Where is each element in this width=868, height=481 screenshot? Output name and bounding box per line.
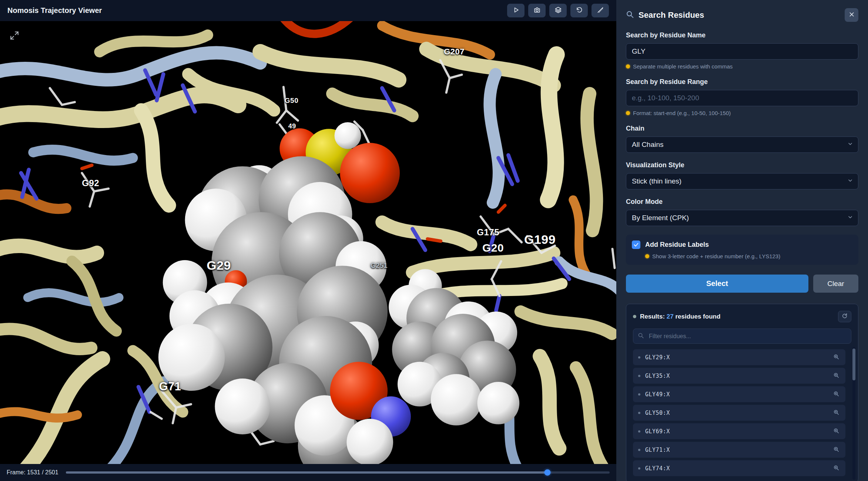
action-buttons: Select Clear — [626, 275, 858, 293]
results-card: Results: 27 residues found GLY29:X — [626, 304, 858, 481]
residue-labels-hint-text: Show 3-letter code + residue number (e.g… — [652, 253, 780, 259]
residue-labels-card: Add Residue Labels Show 3-letter code + … — [626, 235, 858, 265]
measure-button[interactable] — [591, 4, 609, 17]
results-status-dot — [633, 315, 636, 318]
result-item[interactable]: GLY49:X — [633, 386, 845, 402]
zoom-in-icon — [833, 372, 839, 380]
results-prefix: Results: — [640, 313, 665, 320]
frame-counter: Frame: 1531 / 2501 — [7, 469, 58, 476]
frame-slider-fill — [66, 471, 548, 474]
zoom-in-icon — [833, 391, 839, 398]
add-residue-labels-label: Add Residue Labels — [645, 241, 709, 249]
play-icon — [512, 6, 520, 15]
zoom-in-icon — [833, 409, 839, 417]
expand-viewport-button[interactable] — [10, 31, 19, 40]
result-item[interactable]: GLY50:X — [633, 405, 845, 421]
play-button[interactable] — [507, 4, 525, 17]
app-title: Nomosis Trajectory Viewer — [7, 6, 102, 15]
molecular-scene — [0, 21, 616, 464]
chain-select-value: All Chains — [632, 141, 664, 149]
camera-icon — [533, 6, 541, 15]
results-header: Results: 27 residues found — [633, 311, 851, 322]
camera-button[interactable] — [528, 4, 546, 17]
frame-bar: Frame: 1531 / 2501 — [0, 464, 616, 481]
panel-title: Search Residues — [639, 10, 840, 20]
result-bullet-dot — [638, 449, 640, 451]
zoom-to-residue-button[interactable] — [832, 464, 840, 473]
zoom-to-residue-button[interactable] — [832, 390, 840, 399]
result-item-label: GLY50:X — [645, 410, 832, 416]
result-item-label: GLY29:X — [645, 354, 832, 361]
result-item[interactable]: GLY35:X — [633, 368, 845, 384]
result-bullet-dot — [638, 412, 640, 414]
results-summary: Results: 27 residues found — [640, 313, 720, 320]
style-section: Visualization Style Stick (thin lines) — [626, 161, 858, 189]
result-item[interactable]: GLY29:X — [633, 349, 845, 365]
residue-range-input[interactable] — [626, 90, 858, 106]
results-list: GLY29:X GLY35:X GLY49:X GLY50:X — [633, 349, 851, 476]
result-item-label: GLY35:X — [645, 373, 832, 379]
color-mode-select[interactable]: By Element (CPK) — [626, 210, 858, 226]
result-item-label: GLY71:X — [645, 447, 832, 453]
chevron-down-icon — [847, 177, 853, 185]
frame-slider[interactable] — [66, 471, 610, 474]
result-bullet-dot — [638, 356, 640, 359]
frame-slider-thumb[interactable] — [544, 470, 551, 476]
close-icon — [849, 11, 855, 18]
zoom-to-residue-button[interactable] — [832, 408, 840, 417]
close-panel-button[interactable] — [845, 8, 858, 22]
chain-label: Chain — [626, 125, 858, 132]
residue-name-hint-text: Separate multiple residues with commas — [633, 63, 733, 70]
bulb-icon — [626, 64, 630, 68]
reset-rotation-button[interactable] — [570, 4, 588, 17]
color-mode-section: Color Mode By Element (CPK) — [626, 198, 858, 226]
chain-section: Chain All Chains — [626, 125, 858, 153]
viewer-column: Nomosis Trajectory Viewer — [0, 0, 616, 481]
toolbar — [507, 4, 609, 17]
residue-range-hint: Format: start-end (e.g., 10-50, 100-150) — [626, 110, 858, 116]
results-suffix: residues found — [675, 313, 720, 320]
filter-wrap — [633, 329, 851, 344]
residue-range-section: Search by Residue Range Format: start-en… — [626, 78, 858, 116]
result-item-label: GLY74:X — [645, 465, 832, 472]
visualization-style-select[interactable]: Stick (thin lines) — [626, 173, 858, 189]
zoom-in-icon — [833, 428, 839, 435]
result-bullet-dot — [638, 393, 640, 396]
clear-button[interactable]: Clear — [813, 275, 858, 293]
filter-search-icon — [638, 332, 644, 340]
result-item[interactable]: GLY74:X — [633, 460, 845, 476]
layers-button[interactable] — [549, 4, 567, 17]
zoom-to-residue-button[interactable] — [832, 445, 840, 454]
zoom-in-icon — [833, 446, 839, 454]
results-scrollbar-thumb[interactable] — [852, 349, 855, 380]
top-bar: Nomosis Trajectory Viewer — [0, 0, 616, 21]
chain-select[interactable]: All Chains — [626, 137, 858, 153]
refresh-results-button[interactable] — [838, 311, 851, 322]
style-select-value: Stick (thin lines) — [632, 177, 681, 185]
add-residue-labels-toggle[interactable]: Add Residue Labels — [632, 240, 852, 249]
zoom-to-residue-button[interactable] — [832, 371, 840, 380]
color-mode-label: Color Mode — [626, 198, 858, 206]
panel-header: Search Residues — [626, 0, 858, 31]
result-bullet-dot — [638, 467, 640, 470]
residue-range-hint-text: Format: start-end (e.g., 10-50, 100-150) — [633, 110, 731, 116]
bulb-icon — [626, 111, 630, 115]
checkbox-checked-icon[interactable] — [632, 240, 640, 249]
residue-name-input[interactable] — [626, 43, 858, 60]
result-item[interactable]: GLY71:X — [633, 442, 845, 458]
result-bullet-dot — [638, 430, 640, 433]
residue-range-label: Search by Residue Range — [626, 78, 858, 86]
select-button[interactable]: Select — [626, 275, 808, 293]
molecular-viewport[interactable]: G207G5049G92G175G20G199G29G251G71 — [0, 21, 616, 464]
result-item-label: GLY49:X — [645, 391, 832, 398]
filter-residues-input[interactable] — [633, 329, 851, 344]
residue-labels-hint: Show 3-letter code + residue number (e.g… — [645, 253, 852, 259]
search-residues-panel: Search Residues Search by Residue Name S… — [616, 0, 868, 481]
zoom-to-residue-button[interactable] — [832, 353, 840, 362]
result-item[interactable]: GLY69:X — [633, 423, 845, 439]
chevron-down-icon — [847, 141, 853, 149]
bulb-icon — [645, 254, 649, 258]
reset-rotation-icon — [576, 6, 583, 15]
zoom-to-residue-button[interactable] — [832, 427, 840, 436]
chevron-down-icon — [847, 214, 853, 222]
